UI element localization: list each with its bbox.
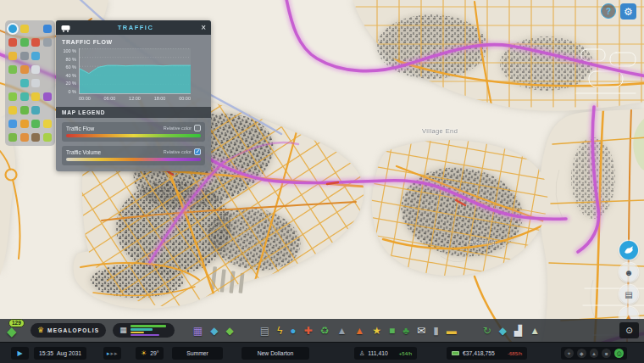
city-status-cluster[interactable]: ✦◆▲■☺ bbox=[561, 347, 627, 360]
infoview-icon[interactable] bbox=[8, 92, 17, 101]
relative-color-checkbox[interactable] bbox=[194, 148, 201, 155]
transportation-icon[interactable]: ■ bbox=[389, 326, 395, 336]
infoview-icon[interactable] bbox=[31, 133, 40, 142]
district-label: Village End bbox=[422, 127, 458, 135]
infoview-icon[interactable] bbox=[31, 65, 40, 74]
education-icon[interactable]: ▲ bbox=[336, 326, 347, 336]
bulldozer-icon[interactable]: ▬ bbox=[447, 326, 457, 336]
traffic-flow-chart bbox=[79, 48, 191, 94]
help-button[interactable]: ? bbox=[601, 3, 616, 19]
infoview-icon[interactable] bbox=[31, 79, 40, 87]
xp-badge[interactable]: ◆ 129 bbox=[5, 321, 25, 340]
city-name: New Dollarton bbox=[258, 350, 294, 356]
fire-rescue-icon[interactable]: ▲ bbox=[354, 326, 364, 336]
infoview-icon[interactable] bbox=[43, 120, 52, 128]
infoview-icon[interactable] bbox=[31, 52, 40, 60]
infoview-icon[interactable] bbox=[8, 65, 17, 74]
infoview-icon[interactable] bbox=[31, 106, 40, 114]
infoview-icon[interactable] bbox=[43, 92, 52, 101]
x-tick: 06:00 bbox=[104, 96, 116, 101]
datetime-pill[interactable]: 15:35 Aug 2031 bbox=[34, 347, 86, 360]
infoview-icon[interactable] bbox=[20, 92, 29, 101]
parks-recreation-icon[interactable]: ♣ bbox=[402, 326, 409, 336]
vegetation-icon[interactable]: ◆ bbox=[225, 326, 233, 336]
infoview-icon[interactable] bbox=[43, 38, 52, 47]
infoview-icon[interactable] bbox=[20, 65, 29, 74]
infoview-icon[interactable] bbox=[8, 133, 17, 142]
game-screen: Village End Crossing TRAFFIC × TRAFFIC F… bbox=[0, 0, 644, 363]
legend-label: Traffic Flow bbox=[66, 126, 94, 131]
money-pill[interactable]: €37,418,755 -685/h bbox=[447, 347, 527, 360]
status-icon[interactable]: ✦ bbox=[564, 349, 574, 358]
infoview-icon[interactable] bbox=[20, 133, 29, 142]
roads-icon[interactable]: ▤ bbox=[260, 326, 269, 336]
date-value: Aug 2031 bbox=[57, 350, 81, 356]
happiness-icon[interactable]: ☺ bbox=[614, 349, 624, 358]
infoview-icon[interactable] bbox=[31, 92, 40, 101]
speed-1-icon[interactable]: ▸ bbox=[107, 350, 110, 357]
monuments-icon[interactable]: ▮ bbox=[433, 326, 439, 336]
followed-citizens-button[interactable]: ☻ bbox=[619, 263, 638, 282]
infoview-icon[interactable] bbox=[8, 106, 17, 114]
demand-pill[interactable]: ▦ bbox=[113, 323, 175, 338]
journal-button[interactable]: ▤ bbox=[619, 285, 638, 304]
milestone-pill[interactable]: ♛ MEGALOPOLIS bbox=[31, 323, 106, 338]
play-pause-button[interactable]: ▶ bbox=[11, 347, 29, 360]
districts-icon[interactable]: ◆ bbox=[210, 326, 218, 336]
infoview-icon bbox=[43, 79, 52, 87]
y-tick: 40 % bbox=[62, 73, 76, 78]
traffic-flow-gradient bbox=[66, 134, 201, 137]
infoview-icon[interactable] bbox=[43, 133, 52, 142]
x-tick: 12:00 bbox=[129, 96, 141, 101]
legend-row-traffic-flow: Traffic Flow Relative color bbox=[62, 122, 205, 142]
status-icon[interactable]: ▲ bbox=[590, 349, 599, 358]
infoview-icon[interactable] bbox=[8, 120, 17, 128]
status-icon[interactable]: ■ bbox=[602, 349, 611, 358]
relative-color-checkbox[interactable] bbox=[194, 125, 201, 131]
health-deathcare-icon[interactable]: ✚ bbox=[304, 326, 313, 336]
infoview-icon[interactable] bbox=[43, 25, 52, 33]
panel-title: TRAFFIC bbox=[70, 24, 201, 31]
infoview-icon[interactable] bbox=[8, 25, 17, 33]
population-icon: ♙ bbox=[359, 350, 364, 357]
chirper-button[interactable] bbox=[619, 241, 638, 260]
infoview-icon[interactable] bbox=[20, 25, 29, 33]
district-label: Crossing bbox=[468, 238, 496, 246]
infoview-icon[interactable] bbox=[20, 38, 29, 47]
infoview-icon bbox=[43, 65, 52, 74]
speed-3-icon[interactable]: ▸ bbox=[114, 350, 118, 357]
water-sewage-icon[interactable]: ● bbox=[290, 326, 296, 336]
trophy-icon: ♛ bbox=[37, 327, 44, 334]
communications-icon[interactable]: ✉ bbox=[417, 326, 425, 336]
toolbar-icons: ▦◆◆▤ϟ●✚♻▲▲★■♣✉▮▬↻◆▟▲ bbox=[193, 326, 540, 336]
speed-2-icon[interactable]: ▸ bbox=[111, 350, 114, 357]
infoview-icon[interactable] bbox=[31, 38, 40, 47]
infoview-icon[interactable] bbox=[8, 38, 17, 47]
map-tiles-icon[interactable]: ▲ bbox=[530, 326, 540, 336]
statistics-icon[interactable]: ▟ bbox=[514, 326, 522, 336]
electricity-icon[interactable]: ϟ bbox=[277, 326, 282, 336]
infoview-icon[interactable] bbox=[20, 52, 29, 60]
xp-level: 129 bbox=[8, 319, 25, 327]
economy-icon[interactable]: ↻ bbox=[483, 326, 491, 336]
close-icon[interactable]: × bbox=[201, 24, 206, 32]
zoning-icon[interactable]: ▦ bbox=[193, 326, 203, 336]
infoview-icon[interactable] bbox=[8, 52, 17, 60]
infoview-icon[interactable] bbox=[20, 120, 29, 128]
weather-pill[interactable]: ☀ 29° bbox=[136, 347, 164, 360]
population-pill[interactable]: ♙ 111,410 +54/h bbox=[354, 347, 417, 360]
status-icon[interactable]: ◆ bbox=[577, 349, 586, 358]
infoview-icon[interactable] bbox=[20, 79, 29, 87]
garbage-icon[interactable]: ♻ bbox=[320, 326, 330, 336]
police-icon[interactable]: ★ bbox=[372, 326, 381, 336]
sim-speed-control[interactable]: ▸ ▸ ▸ bbox=[103, 347, 121, 360]
city-name-pill[interactable]: New Dollarton bbox=[242, 347, 309, 360]
season-pill[interactable]: Summer bbox=[172, 347, 223, 360]
y-tick: 20 % bbox=[62, 81, 76, 86]
settings-button[interactable]: ⚙ bbox=[620, 3, 636, 20]
infoview-icon[interactable] bbox=[31, 120, 40, 128]
progression-icon[interactable]: ◆ bbox=[499, 326, 507, 336]
bus-icon bbox=[61, 20, 70, 36]
infoview-icon[interactable] bbox=[20, 106, 29, 114]
free-camera-button[interactable]: ⊙ bbox=[619, 322, 639, 338]
